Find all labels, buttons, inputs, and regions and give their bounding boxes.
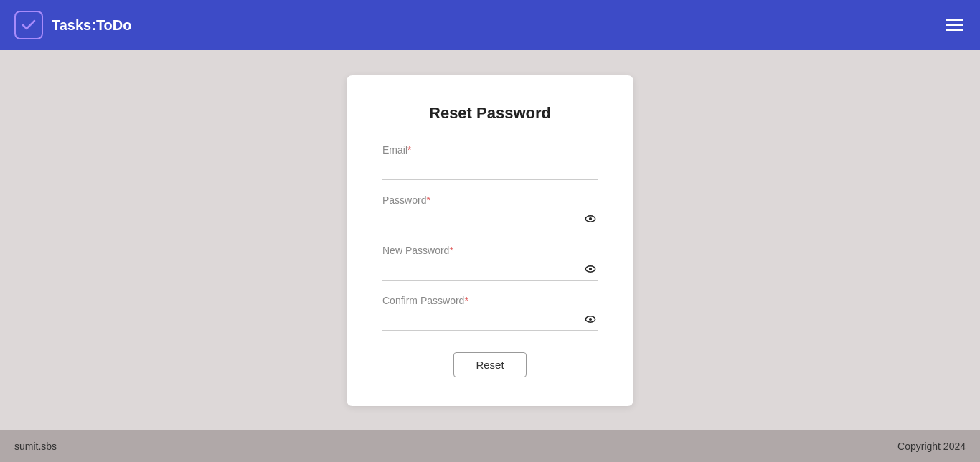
hamburger-icon[interactable] [943, 16, 966, 34]
confirm-password-input[interactable] [382, 309, 598, 331]
logo-icon [14, 11, 43, 39]
email-input[interactable] [382, 159, 598, 180]
app-header: Tasks:ToDo [0, 0, 980, 50]
app-footer: sumit.sbs Copyright 2024 [0, 430, 980, 462]
svg-point-1 [589, 217, 592, 220]
logo-container: Tasks:ToDo [14, 11, 132, 39]
password-toggle-icon[interactable] [583, 212, 598, 226]
password-label: Password* [382, 194, 598, 206]
email-label: Email* [382, 144, 598, 156]
password-input[interactable] [382, 209, 598, 230]
new-password-field-group: New Password* [382, 245, 598, 280]
main-content: Reset Password Email* Password* [0, 50, 980, 430]
new-password-input[interactable] [382, 259, 598, 280]
footer-site: sumit.sbs [14, 440, 57, 452]
email-field-group: Email* [382, 144, 598, 180]
reset-button[interactable]: Reset [453, 352, 526, 377]
confirm-password-field-group: Confirm Password* [382, 295, 598, 331]
new-password-toggle-icon[interactable] [583, 262, 598, 276]
confirm-password-label: Confirm Password* [382, 295, 598, 306]
password-field-group: Password* [382, 194, 598, 230]
reset-button-container: Reset [382, 352, 598, 377]
confirm-password-toggle-icon[interactable] [583, 312, 598, 326]
form-title: Reset Password [382, 104, 598, 123]
reset-password-card: Reset Password Email* Password* [347, 75, 633, 406]
svg-point-5 [589, 317, 592, 320]
svg-point-3 [589, 267, 592, 270]
footer-copyright: Copyright 2024 [897, 440, 966, 452]
new-password-label: New Password* [382, 245, 598, 256]
app-title: Tasks:ToDo [52, 17, 132, 34]
